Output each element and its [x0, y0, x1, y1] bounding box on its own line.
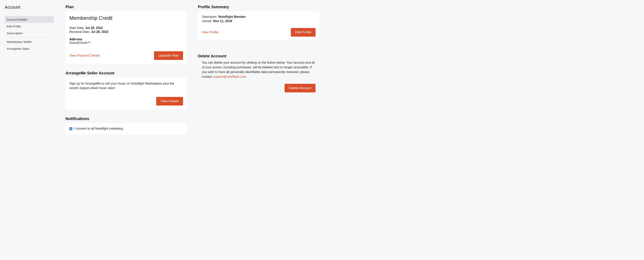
support-email-link[interactable]: support@noteflight.com [213, 75, 246, 78]
sidebar-nav: Account Details Edit Profile Subscriptio… [5, 16, 54, 52]
plan-start-label: Start Date: [70, 26, 85, 29]
plan-addons-label: Add-ons [70, 38, 183, 41]
left-column: Plan Membership Credit Start Date: Jul 2… [66, 5, 187, 255]
plan-start-value: Jul 28, 2022 [85, 26, 103, 29]
arrangeme-card: Sign up for ArrangeMe to sell your music… [66, 77, 187, 109]
delete-period: . [246, 75, 247, 78]
notifications-card: I consent to all Noteflight marketing. [66, 123, 187, 134]
plan-actions: View Payment Details Upgrade Plan [70, 51, 183, 60]
plan-card: Membership Credit Start Date: Jul 28, 20… [66, 11, 187, 64]
delete-heading: Delete Account [198, 54, 320, 58]
sidebar-title: Account [5, 5, 54, 10]
profile-username-value: Noteflight Member [218, 15, 246, 18]
sidebar-item-marketplace-wallet[interactable]: Marketplace Wallet [5, 38, 54, 45]
view-payment-details-link[interactable]: View Payment Details [70, 54, 100, 57]
arrangeme-actions: View Details [70, 97, 183, 106]
main-content: Plan Membership Credit Start Date: Jul 2… [66, 5, 639, 255]
profile-joined-label: Joined: [202, 19, 212, 23]
edit-profile-button[interactable]: Edit Profile [291, 28, 316, 37]
delete-text: You can delete your account by clicking … [202, 60, 316, 79]
view-profile-link[interactable]: View Profile [202, 30, 218, 34]
plan-renewal-date: Renewal Date: Jul 28, 2023 [70, 30, 183, 34]
plan-name: Membership Credit [70, 15, 183, 21]
delete-account-button[interactable]: Delete Account [284, 84, 316, 92]
profile-heading: Profile Summary [198, 5, 320, 9]
arrangeme-heading: ArrangeMe Seller Account [66, 71, 187, 75]
sidebar-item-account-details[interactable]: Account Details [5, 16, 54, 23]
sidebar-item-subscription[interactable]: Subscription [5, 30, 54, 37]
plan-start-date: Start Date: Jul 28, 2022 [70, 26, 183, 30]
plan-addons-value: SoundCheck™ [70, 41, 183, 45]
delete-actions: Delete Account [202, 84, 316, 92]
upgrade-plan-button[interactable]: Upgrade Plan [154, 51, 183, 60]
profile-joined: Joined:Nov 11, 2018 [202, 19, 316, 23]
notifications-heading: Notifications [66, 116, 187, 121]
profile-username: Username:Noteflight Member [202, 15, 316, 18]
arrangeme-desc: Sign up for ArrangeMe to sell your music… [70, 81, 183, 90]
profile-actions: View Profile Edit Profile [202, 28, 316, 37]
consent-label[interactable]: I consent to all Noteflight marketing. [74, 127, 124, 130]
plan-heading: Plan [66, 5, 187, 9]
profile-joined-value: Nov 11, 2018 [213, 19, 232, 23]
sidebar-item-arrangeme-sales[interactable]: ArrangeMe Sales [5, 45, 54, 52]
consent-row: I consent to all Noteflight marketing. [70, 127, 183, 130]
account-page: Account Account Details Edit Profile Sub… [0, 0, 644, 260]
sidebar: Account Account Details Edit Profile Sub… [5, 5, 54, 255]
profile-username-label: Username: [202, 15, 217, 18]
delete-card: You can delete your account by clicking … [198, 60, 320, 92]
plan-renewal-value: Jul 28, 2023 [91, 30, 108, 33]
right-column: Profile Summary Username:Noteflight Memb… [198, 5, 320, 255]
view-details-button[interactable]: View Details [156, 97, 183, 106]
profile-card: Username:Noteflight Member Joined:Nov 11… [198, 11, 320, 40]
sidebar-item-edit-profile[interactable]: Edit Profile [5, 23, 54, 30]
sidebar-divider [5, 37, 54, 38]
consent-checkbox[interactable] [70, 127, 72, 130]
plan-renewal-label: Renewal Date: [70, 30, 91, 33]
